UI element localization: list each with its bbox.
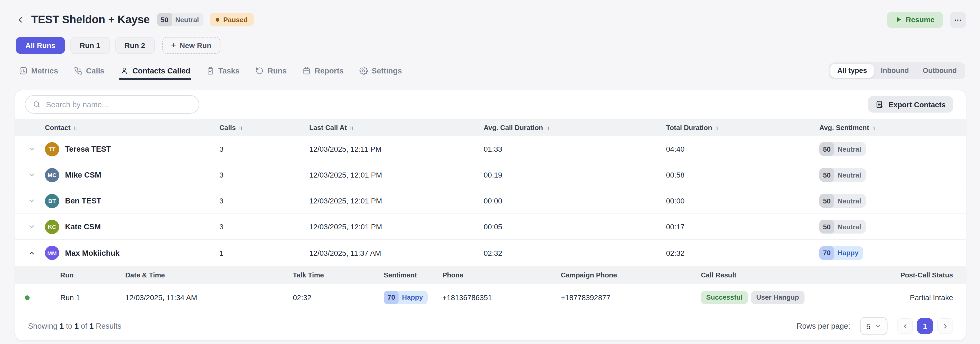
column-label: Date & Time (125, 271, 165, 279)
new-run-button[interactable]: + New Run (162, 37, 220, 54)
sentiment-score: 50 (819, 142, 834, 156)
column-label: Sentiment (384, 271, 417, 279)
sort-icon[interactable]: ↑↓ (546, 125, 549, 130)
sentiment-label: Happy (834, 249, 863, 257)
section-nav: Metrics Calls Contacts Called Tasks Runs (0, 62, 980, 79)
results-summary: Showing 1 to 1 of 1 Results (28, 322, 121, 330)
tab-tasks[interactable]: Tasks (206, 62, 239, 79)
filter-outbound[interactable]: Outbound (916, 64, 964, 78)
tab-label: Contacts Called (132, 66, 190, 75)
sentiment-badge: 50 Neutral (819, 194, 866, 208)
sort-icon[interactable]: ↑↓ (872, 125, 875, 130)
total-count: 1 (89, 322, 94, 330)
column-header-total-duration[interactable]: Total Duration ↑↓ (666, 124, 819, 132)
page-1-button[interactable]: 1 (917, 318, 933, 334)
sort-icon[interactable]: ↑↓ (239, 125, 242, 130)
tab-all-runs[interactable]: All Runs (16, 37, 65, 54)
header-actions: Resume ... (887, 11, 966, 28)
avg-sentiment-cell: 50 Neutral (819, 220, 953, 233)
calls-cell: 3 (220, 197, 309, 205)
call-result-cell: Successful User Hangup (701, 290, 870, 304)
column-header-last-call-at[interactable]: Last Call At ↑↓ (309, 124, 484, 132)
tab-contacts-called[interactable]: Contacts Called (120, 62, 190, 79)
sentiment-badge: 50 Neutral (819, 220, 866, 233)
detail-column-talk-time: Talk Time (293, 271, 384, 279)
back-button[interactable] (16, 15, 25, 24)
search-icon (33, 100, 41, 108)
filter-all-types[interactable]: All types (830, 64, 874, 78)
talk-time-cell: 02:32 (293, 293, 384, 301)
clipboard-check-icon (206, 66, 215, 75)
chevron-down-icon[interactable] (28, 197, 45, 204)
paused-dot-icon (216, 18, 220, 21)
call-detail-row[interactable]: Run 1 12/03/2025, 11:34 AM 02:32 70 Happ… (15, 284, 966, 311)
column-header-contact[interactable]: Contact ↑↓ (45, 124, 220, 132)
sentiment-label: Neutral (834, 197, 866, 205)
next-page-button[interactable] (937, 318, 953, 334)
sentiment-badge: 50 Neutral (819, 168, 866, 182)
avg-call-duration-cell: 00:05 (484, 222, 666, 231)
tab-metrics[interactable]: Metrics (19, 62, 58, 79)
export-contacts-button[interactable]: Export Contacts (868, 96, 953, 113)
chevron-down-icon (875, 323, 881, 329)
chevron-down-icon[interactable] (28, 171, 45, 179)
tab-runs[interactable]: Runs (255, 62, 287, 79)
chevron-down-icon[interactable] (28, 223, 45, 230)
sentiment-label: Neutral (834, 223, 866, 231)
chevron-down-icon[interactable] (28, 145, 45, 153)
table-row[interactable]: TT Teresa TEST 3 12/03/2025, 12:11 PM 01… (15, 136, 966, 162)
sort-icon[interactable]: ↑↓ (715, 125, 718, 130)
avg-sentiment-cell: 50 Neutral (819, 142, 953, 156)
sentiment-badge: 70 Happy (384, 290, 428, 304)
tab-run-1[interactable]: Run 1 (70, 37, 110, 54)
filter-inbound[interactable]: Inbound (874, 64, 916, 78)
table-row[interactable]: KC Kate CSM 3 12/03/2025, 12:01 PM 00:05… (15, 214, 966, 240)
run-cell: Run 1 (60, 293, 125, 301)
tab-label: Calls (86, 66, 104, 75)
column-label: Phone (442, 271, 463, 279)
sentiment-score: 50 (819, 168, 834, 182)
tab-calls[interactable]: Calls (74, 62, 104, 79)
search-box[interactable] (25, 95, 199, 114)
avg-call-duration-cell: 01:33 (484, 145, 666, 153)
to-word: to (66, 322, 72, 330)
export-document-icon (875, 100, 884, 109)
contact-name: Teresa TEST (65, 145, 111, 153)
column-header-avg-sentiment[interactable]: Avg. Sentiment ↑↓ (819, 124, 953, 132)
resume-button[interactable]: Resume (887, 11, 943, 28)
avg-sentiment-cell: 70 Happy (819, 246, 953, 260)
table-row[interactable]: MC Mike CSM 3 12/03/2025, 12:01 PM 00:19… (15, 162, 966, 188)
contact-name: Max Mokiichuk (65, 249, 119, 257)
contacts-called-card: Export Contacts Contact ↑↓ Calls ↑↓ Last… (15, 90, 966, 341)
contact-name: Kate CSM (65, 222, 101, 231)
sort-icon[interactable]: ↑↓ (73, 125, 76, 130)
kebab-menu-button[interactable]: ... (950, 11, 966, 28)
sentiment-cell: 70 Happy (384, 290, 442, 304)
tab-run-2[interactable]: Run 2 (115, 37, 154, 54)
tab-reports[interactable]: Reports (302, 62, 344, 79)
sentiment-score: 50 (819, 194, 834, 208)
chevron-up-icon[interactable] (28, 249, 45, 257)
last-call-at-cell: 12/03/2025, 12:01 PM (309, 197, 484, 205)
run-tabs: All Runs Run 1 Run 2 + New Run (0, 37, 980, 54)
avg-call-duration-cell: 00:19 (484, 171, 666, 179)
table-row-expanded[interactable]: MM Max Mokiichuk 1 12/03/2025, 11:37 AM … (15, 240, 966, 266)
sort-icon[interactable]: ↑↓ (349, 125, 353, 130)
refresh-icon (255, 66, 264, 75)
page-title: TEST Sheldon + Kayse (31, 13, 150, 26)
previous-page-button[interactable] (897, 318, 913, 334)
detail-column-call-result: Call Result (701, 271, 870, 279)
sentiment-label: Neutral (834, 171, 866, 179)
column-label: Total Duration (666, 124, 712, 132)
rows-per-page-select[interactable]: 5 (860, 317, 888, 335)
pagination-controls: Rows per page: 5 1 (797, 317, 953, 335)
column-header-avg-call-duration[interactable]: Avg. Call Duration ↑↓ (484, 124, 666, 132)
column-label: Last Call At (309, 124, 347, 132)
contact-cell: TT Teresa TEST (45, 142, 220, 156)
table-row[interactable]: BT Ben TEST 3 12/03/2025, 12:01 PM 00:00… (15, 188, 966, 214)
plus-icon: + (171, 41, 176, 50)
column-header-calls[interactable]: Calls ↑↓ (220, 124, 309, 132)
status-badge: Paused (210, 13, 254, 27)
tab-settings[interactable]: Settings (360, 62, 402, 79)
search-input[interactable] (46, 100, 191, 109)
